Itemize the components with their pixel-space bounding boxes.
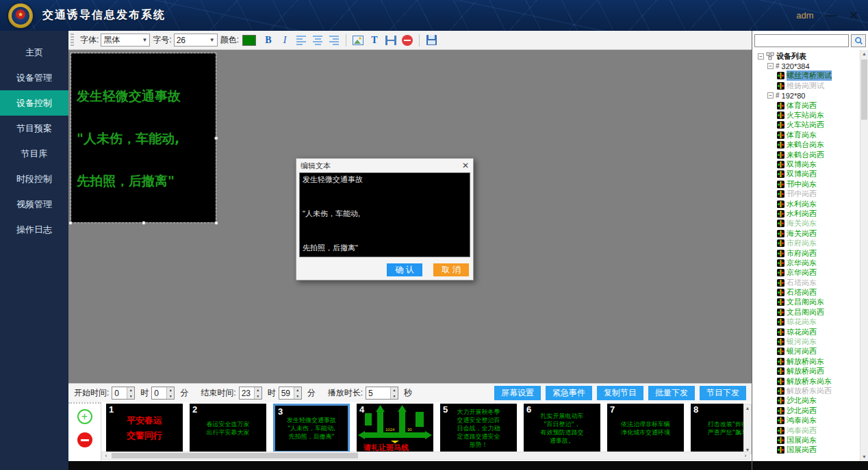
device-label[interactable]: 琼花岗西 bbox=[787, 327, 817, 337]
tree-device-row[interactable]: 邗中岗东 bbox=[752, 179, 868, 189]
device-label[interactable]: 体育岗西 bbox=[787, 101, 817, 111]
device-label[interactable]: 来鹤台岗西 bbox=[787, 150, 824, 160]
save-button[interactable] bbox=[424, 34, 438, 47]
end-hour-stepper[interactable]: 23 ▲▼ bbox=[239, 387, 262, 400]
action-button-0[interactable]: 屏幕设置 bbox=[494, 386, 541, 400]
device-label[interactable]: 解放桥岗西 bbox=[787, 366, 824, 376]
device-label[interactable]: 鸿泰岗西 bbox=[787, 426, 817, 436]
scrollbar-thumb[interactable] bbox=[112, 453, 358, 458]
device-label[interactable]: 解放桥岗东 bbox=[787, 356, 824, 367]
tree-device-row[interactable]: 琼花岗东 bbox=[752, 317, 868, 327]
tree-device-row[interactable]: 火车站岗东 bbox=[752, 110, 868, 120]
tree-device-row[interactable]: 水利岗东 bbox=[752, 199, 868, 209]
tree-device-row[interactable]: 沙北岗西 bbox=[752, 406, 868, 415]
toolbar-grip[interactable] bbox=[71, 34, 74, 47]
tree-device-row[interactable]: 文昌阁岗东 bbox=[752, 298, 868, 307]
device-label[interactable]: 水利岗东 bbox=[787, 199, 817, 209]
spin-up-icon[interactable]: ▲ bbox=[294, 387, 301, 393]
align-left-button[interactable] bbox=[294, 34, 308, 47]
sidebar-item-0[interactable]: 主页 bbox=[0, 40, 68, 65]
spin-down-icon[interactable]: ▼ bbox=[127, 393, 134, 400]
tree-device-row[interactable]: 沙北岗东 bbox=[752, 396, 868, 406]
tree-device-row[interactable]: 国展岗西 bbox=[752, 445, 868, 455]
spin-down-icon[interactable]: ▼ bbox=[167, 393, 174, 400]
device-label[interactable]: 海关岗东 bbox=[787, 218, 817, 229]
spin-up-icon[interactable]: ▲ bbox=[167, 387, 174, 393]
device-label[interactable]: 文昌阁岗西 bbox=[787, 307, 824, 317]
tree-device-row[interactable]: 双博岗西 bbox=[752, 170, 868, 179]
device-label[interactable]: 邗中岗西 bbox=[787, 189, 817, 199]
insert-text-button[interactable]: T bbox=[368, 34, 381, 47]
spin-up-icon[interactable]: ▲ bbox=[391, 387, 398, 393]
device-label[interactable]: 鸿泰岗东 bbox=[787, 415, 817, 426]
add-program-button[interactable]: + bbox=[77, 409, 92, 424]
tree-device-row[interactable]: 火车站岗西 bbox=[752, 120, 868, 130]
tree-collapse-icon[interactable]: − bbox=[767, 92, 774, 99]
program-thumbnail-6[interactable]: 6扎实开展电动车"百日整治"，有效预防道路交通事故。 bbox=[524, 404, 600, 453]
tree-device-row[interactable]: 银河岗东 bbox=[752, 337, 868, 346]
tree-device-row[interactable]: 邗中岗西 bbox=[752, 189, 868, 198]
resize-handle-right[interactable] bbox=[214, 136, 218, 140]
tree-collapse-icon[interactable]: − bbox=[767, 63, 774, 69]
program-thumbnail-4[interactable]: 4102430请礼让斑马线 bbox=[357, 404, 433, 453]
playlist-horizontal-scrollbar[interactable]: ‹ › bbox=[101, 452, 750, 460]
device-label[interactable]: 银河岗东 bbox=[787, 337, 817, 347]
device-search-input[interactable] bbox=[754, 34, 849, 47]
spin-up-icon[interactable]: ▲ bbox=[255, 387, 261, 393]
sidebar-item-7[interactable]: 操作日志 bbox=[0, 217, 68, 242]
scroll-down-icon[interactable]: ▼ bbox=[860, 453, 868, 461]
dialog-close-icon[interactable]: ✕ bbox=[462, 161, 469, 170]
device-label[interactable]: 来鹤台岗东 bbox=[787, 140, 824, 150]
device-label[interactable]: 银河岗西 bbox=[787, 346, 817, 356]
tree-device-row[interactable]: 解放桥岗西 bbox=[752, 367, 868, 376]
dialog-textarea[interactable]: 发生轻微交通事故"人未伤，车能动,先拍照，后撤离" bbox=[299, 172, 470, 257]
device-label[interactable]: 螺丝湾桥测试 bbox=[787, 70, 832, 81]
tree-device-row[interactable]: 鸿泰岗东 bbox=[752, 415, 868, 425]
logged-in-user[interactable]: adm bbox=[796, 10, 813, 21]
align-center-button[interactable] bbox=[311, 34, 324, 47]
scroll-up-icon[interactable]: ▲ bbox=[860, 50, 868, 58]
tree-device-row[interactable]: 京华岗东 bbox=[752, 258, 868, 267]
tree-device-row[interactable]: 海关岗东 bbox=[752, 219, 868, 229]
sidebar-item-6[interactable]: 视频管理 bbox=[0, 192, 68, 217]
search-button[interactable] bbox=[851, 34, 866, 47]
playlist-vertical-scrollbar[interactable]: ▲ ▼ bbox=[743, 404, 752, 454]
device-label[interactable]: 石塔岗西 bbox=[787, 287, 817, 298]
device-label[interactable]: 维扬岗测试 bbox=[787, 81, 824, 91]
duration-stepper[interactable]: 5 ▲▼ bbox=[366, 387, 398, 400]
tree-device-row[interactable]: 市府岗东 bbox=[752, 238, 868, 248]
sidebar-item-1[interactable]: 设备管理 bbox=[0, 65, 68, 90]
edit-canvas[interactable]: 发生轻微交通事故"人未伤，车能动,先拍照，后撤离" 编辑文本 ✕ 发生轻微交通事… bbox=[68, 50, 752, 383]
program-thumbnail-3[interactable]: 3发生轻微交通事故"人未伤，车能动,先拍照，后撤离" bbox=[273, 404, 350, 453]
remove-program-button[interactable] bbox=[77, 432, 92, 447]
device-label[interactable]: 沙北岗东 bbox=[787, 395, 817, 406]
tree-device-row[interactable]: 来鹤台岗西 bbox=[752, 150, 868, 159]
program-thumbnail-5[interactable]: 5大力开展秋冬季交通安全整治百日会战，全力稳定道路交通安全形势！ bbox=[440, 404, 517, 453]
bold-button[interactable]: B bbox=[261, 34, 275, 47]
device-label[interactable]: 琼花岗东 bbox=[787, 317, 817, 327]
tree-scrollbar[interactable]: ▲ ▼ bbox=[860, 50, 868, 461]
scrollbar-thumb[interactable] bbox=[861, 60, 867, 120]
tree-device-row[interactable]: 海关岗西 bbox=[752, 229, 868, 238]
device-label[interactable]: 国展岗东 bbox=[787, 435, 817, 445]
spin-down-icon[interactable]: ▼ bbox=[294, 393, 301, 400]
font-size-select[interactable]: 26 ▼ bbox=[174, 34, 218, 47]
action-button-1[interactable]: 紧急事件 bbox=[546, 386, 592, 400]
tree-device-row[interactable]: 石塔岗西 bbox=[752, 287, 868, 297]
tree-device-row[interactable]: 解放桥岗东 bbox=[752, 356, 868, 366]
device-label[interactable]: 海关岗西 bbox=[787, 229, 817, 239]
action-button-2[interactable]: 复制节目 bbox=[597, 386, 643, 400]
spin-down-icon[interactable]: ▼ bbox=[255, 393, 261, 400]
device-label[interactable]: 火车站岗东 bbox=[787, 110, 824, 120]
device-label[interactable]: 沙北岗西 bbox=[787, 406, 817, 416]
close-icon[interactable]: ✕ bbox=[850, 10, 858, 21]
tree-device-row[interactable]: 双博岗东 bbox=[752, 159, 868, 169]
device-label[interactable]: 京华岗西 bbox=[787, 267, 817, 278]
scroll-up-icon[interactable]: ▲ bbox=[744, 404, 751, 412]
marquee-button[interactable] bbox=[384, 34, 398, 47]
device-label[interactable]: 解放桥东岗西 bbox=[787, 386, 832, 396]
end-minute-stepper[interactable]: 59 ▲▼ bbox=[279, 387, 302, 400]
tree-device-row[interactable]: 水利岗西 bbox=[752, 209, 868, 218]
device-label[interactable]: 石塔岗东 bbox=[787, 278, 817, 288]
italic-button[interactable]: I bbox=[278, 34, 292, 47]
